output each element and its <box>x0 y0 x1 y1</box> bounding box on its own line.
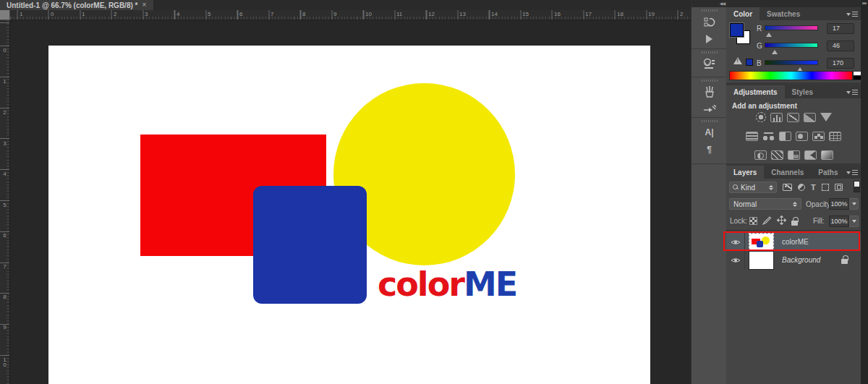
channel-r-slider[interactable] <box>765 25 818 30</box>
history-panel-icon[interactable] <box>692 13 727 30</box>
ruler-label: 3 <box>145 11 148 17</box>
ruler-vertical[interactable]: 012345678910 <box>0 20 10 384</box>
dock-header[interactable] <box>726 0 861 7</box>
brightness-contrast-icon[interactable] <box>756 112 766 122</box>
fill-dropdown-icon[interactable] <box>849 216 859 227</box>
black-white-icon[interactable] <box>779 132 791 141</box>
filter-pixel-layers-icon[interactable] <box>783 184 792 191</box>
fill-label: Fill: <box>813 217 825 225</box>
panel-menu-icon[interactable] <box>846 89 858 95</box>
ruler-label: 7 <box>1 264 8 269</box>
channel-r-value[interactable]: 17 <box>827 23 854 34</box>
panel-menu-icon[interactable] <box>846 169 858 176</box>
adjustments-panel-body: Add an adjustment <box>726 98 861 163</box>
gamut-warning-icon[interactable] <box>733 57 742 64</box>
layer-visibility-cell[interactable] <box>726 251 745 269</box>
document-tab-title: Untitled-1 @ 66.7% (colorME, RGB/8) * <box>7 1 137 9</box>
layer-thumbnail-background[interactable] <box>749 252 773 269</box>
channel-b-slider[interactable] <box>765 60 818 65</box>
layer-row-background[interactable]: Background <box>726 251 861 269</box>
character-panel-icon[interactable]: A| <box>692 124 727 141</box>
drag-gripper[interactable] <box>702 9 718 12</box>
filter-smart-object-icon[interactable] <box>835 184 843 191</box>
channel-g-slider[interactable] <box>765 43 818 48</box>
fill-value[interactable]: 100% <box>829 216 849 227</box>
ruler-origin-box[interactable] <box>0 10 10 20</box>
ruler-label: 15 <box>522 11 529 17</box>
filter-adjustment-layers-icon[interactable] <box>798 184 805 191</box>
slider-thumb[interactable] <box>772 50 778 54</box>
gamut-color-swatch[interactable] <box>746 59 753 66</box>
filter-shape-layers-icon[interactable] <box>822 184 829 191</box>
channel-row-g: G 46 <box>726 41 861 51</box>
gradient-map-icon[interactable] <box>804 150 817 160</box>
clone-source-panel-icon[interactable] <box>692 101 727 118</box>
lock-position-icon[interactable] <box>777 215 786 228</box>
lock-all-icon[interactable] <box>791 221 798 226</box>
filter-kind-dropdown[interactable]: Kind <box>729 182 777 193</box>
levels-icon[interactable] <box>770 113 783 122</box>
blue-square-shape[interactable] <box>253 186 367 304</box>
ruler-label: 2 <box>114 11 116 17</box>
color-balance-icon[interactable] <box>762 132 775 141</box>
curves-icon[interactable] <box>787 113 799 122</box>
ruler-label: 0 <box>1 48 8 53</box>
opacity-value[interactable]: 100% <box>829 198 849 210</box>
color-lookup-icon[interactable] <box>829 132 841 141</box>
blend-mode-dropdown[interactable]: Normal <box>729 198 801 210</box>
lock-paint-icon[interactable] <box>762 215 772 228</box>
strip-group-type: A| ¶ <box>692 118 727 164</box>
channel-r-label: R <box>757 25 762 33</box>
close-tab-icon[interactable]: × <box>142 1 146 9</box>
3d-panel-icon[interactable] <box>692 55 727 72</box>
tab-channels[interactable]: Channels <box>764 166 811 179</box>
collapse-dock-icon[interactable]: ▶▶ <box>862 1 867 5</box>
color-spectrum-ramp[interactable] <box>729 71 853 80</box>
tab-paths[interactable]: Paths <box>811 166 845 179</box>
tab-color[interactable]: Color <box>726 7 760 20</box>
channel-b-value[interactable]: 170 <box>827 58 854 69</box>
search-icon <box>733 184 739 190</box>
threshold-icon[interactable] <box>788 150 800 160</box>
layer-filtering-toggle[interactable] <box>854 181 860 192</box>
selective-color-icon[interactable] <box>821 150 833 160</box>
channel-mixer-icon[interactable] <box>812 132 825 141</box>
ruler-label: 4 <box>1 171 8 176</box>
vibrance-icon[interactable] <box>820 113 832 121</box>
collapse-strip-icon[interactable]: ◀◀ <box>692 0 727 7</box>
filter-type-layers-icon[interactable]: T <box>811 184 816 192</box>
eye-icon <box>731 257 741 264</box>
paragraph-panel-icon[interactable]: ¶ <box>692 141 727 158</box>
document-tab[interactable]: Untitled-1 @ 66.7% (colorME, RGB/8) * × <box>0 0 153 10</box>
opacity-dropdown-icon[interactable] <box>849 198 859 210</box>
posterize-icon[interactable] <box>771 150 783 160</box>
panel-menu-icon[interactable] <box>846 11 858 17</box>
layer-name-background[interactable]: Background <box>782 256 820 264</box>
brush-presets-panel-icon[interactable] <box>692 83 727 101</box>
drag-gripper[interactable] <box>702 51 718 54</box>
ruler-horizontal[interactable]: 10123456789101112131415161718192 <box>10 10 691 20</box>
channel-g-value[interactable]: 46 <box>827 40 854 51</box>
hue-saturation-icon[interactable] <box>746 132 758 141</box>
tab-styles[interactable]: Styles <box>785 85 820 98</box>
ruler-label: 1 <box>1 79 8 84</box>
invert-icon[interactable] <box>754 150 767 160</box>
ruler-label: 19 <box>648 11 655 17</box>
drag-gripper[interactable] <box>702 80 718 82</box>
exposure-icon[interactable] <box>804 113 816 122</box>
layer-filter-row: Kind T <box>726 182 861 193</box>
canvas[interactable]: colorME <box>48 46 650 384</box>
adjustment-icon-row-1 <box>726 111 861 123</box>
lock-transparency-icon[interactable] <box>749 217 757 225</box>
actions-panel-icon[interactable] <box>692 30 727 48</box>
strip-group-brushes <box>692 77 727 118</box>
drag-gripper[interactable] <box>702 120 718 122</box>
slider-thumb[interactable] <box>766 33 772 37</box>
tab-adjustments[interactable]: Adjustments <box>726 85 785 98</box>
foreground-color-swatch[interactable] <box>730 23 744 37</box>
tab-layers[interactable]: Layers <box>726 166 764 179</box>
canvas-viewport[interactable]: colorME <box>10 20 691 384</box>
photo-filter-icon[interactable] <box>796 132 808 141</box>
logo-text[interactable]: colorME <box>378 268 516 301</box>
tab-swatches[interactable]: Swatches <box>760 7 807 20</box>
